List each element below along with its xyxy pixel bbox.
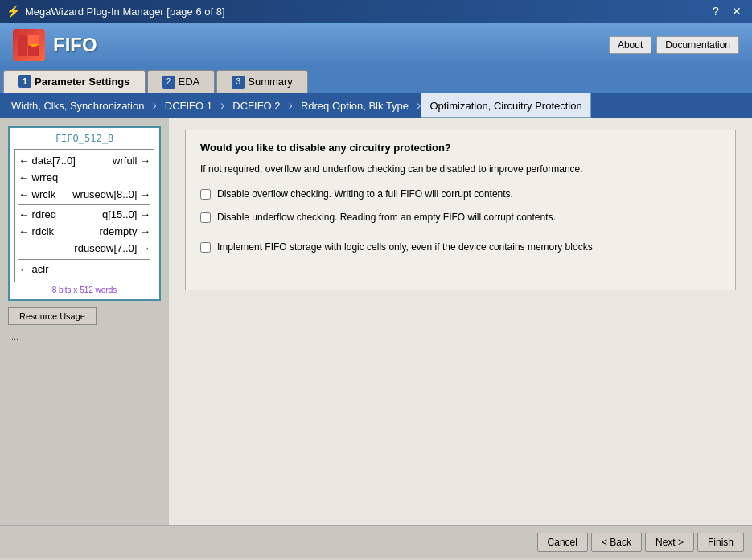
fifo-port-rdreq: ← rdreq bbox=[18, 207, 56, 224]
header-logo: FIFO bbox=[13, 29, 97, 61]
checkbox-item-underflow: Disable underflow checking. Reading from… bbox=[200, 211, 721, 224]
breadcrumb-row: Width, Clks, Synchronization › DCFIFO 1 … bbox=[0, 93, 752, 118]
fifo-port-q: q[15..0] → bbox=[102, 207, 150, 224]
breadcrumb-dcfifo2[interactable]: DCFIFO 2 bbox=[224, 93, 288, 118]
footer-right: Cancel < Back Next > Finish bbox=[537, 533, 744, 552]
breadcrumb-optimization[interactable]: Optimization, Circuitry Protection bbox=[421, 93, 590, 118]
fifo-body: ← data[7..0] wrfull → ← wrreq ← wrclk wr… bbox=[14, 149, 154, 282]
title-bar-title: MegaWizard Plug-In Manager [page 6 of 8] bbox=[25, 6, 225, 18]
fifo-port-wrfull: wrfull → bbox=[113, 153, 150, 170]
fifo-row-1: ← data[7..0] wrfull → bbox=[18, 153, 150, 170]
logic-cells-label: Implement FIFO storage with logic cells … bbox=[217, 241, 593, 254]
tab-eda[interactable]: 2 EDA bbox=[147, 70, 216, 93]
overflow-label: Disable overflow checking. Writing to a … bbox=[217, 187, 513, 201]
svg-rect-0 bbox=[18, 35, 27, 56]
footer: Cancel < Back Next > Finish bbox=[0, 525, 752, 558]
underflow-label: Disable underflow checking. Reading from… bbox=[217, 211, 556, 224]
tab-summary[interactable]: 3 Summary bbox=[216, 70, 308, 93]
tabs-row: 1 Parameter Settings 2 EDA 3 Summary bbox=[0, 67, 752, 93]
fifo-row-4: ← rdreq q[15..0] → bbox=[18, 207, 150, 224]
main-area: FIFO_512_8 ← data[7..0] wrfull → ← wrreq… bbox=[0, 118, 752, 525]
tab-parameter-settings[interactable]: 1 Parameter Settings bbox=[3, 70, 146, 93]
breadcrumb-rdreq[interactable]: Rdreq Option, Blk Type bbox=[293, 93, 417, 118]
help-button[interactable]: ? bbox=[707, 2, 725, 20]
content-box: Would you like to disable any circuitry … bbox=[185, 130, 736, 290]
fifo-separator-2 bbox=[18, 259, 150, 260]
tab-label-2: EDA bbox=[179, 76, 200, 88]
tab-num-2: 2 bbox=[162, 76, 175, 89]
resource-usage-button[interactable]: Resource Usage bbox=[8, 307, 97, 325]
tab-label-1: Parameter Settings bbox=[35, 76, 130, 88]
question-text: Would you like to disable any circuitry … bbox=[200, 142, 721, 154]
right-panel: Would you like to disable any circuitry … bbox=[169, 118, 752, 525]
fifo-port-wrusedw: wrusedw[8..0] → bbox=[72, 187, 150, 204]
fifo-diagram: FIFO_512_8 ← data[7..0] wrfull → ← wrreq… bbox=[8, 126, 161, 301]
underflow-checkbox[interactable] bbox=[200, 212, 211, 223]
fifo-port-data: ← data[7..0] bbox=[18, 153, 76, 170]
fifo-row-6: rdusedw[7..0] → bbox=[18, 241, 150, 257]
fifo-port-rdusedw: rdusedw[7..0] → bbox=[74, 241, 150, 257]
breadcrumb-width[interactable]: Width, Clks, Synchronization bbox=[3, 93, 152, 118]
fifo-port-rdempty: rdempty → bbox=[99, 224, 150, 241]
fifo-info: 8 bits x 512 words bbox=[14, 286, 154, 294]
fifo-title: FIFO_512_8 bbox=[14, 133, 154, 144]
documentation-button[interactable]: Documentation bbox=[656, 36, 739, 54]
app-logo-icon bbox=[13, 29, 45, 61]
about-button[interactable]: About bbox=[609, 36, 651, 54]
fifo-row-2: ← wrreq bbox=[18, 170, 150, 187]
title-bar: ⚡ MegaWizard Plug-In Manager [page 6 of … bbox=[0, 0, 752, 23]
next-button[interactable]: Next > bbox=[645, 533, 694, 552]
fifo-row-3: ← wrclk wrusedw[8..0] → bbox=[18, 187, 150, 204]
overflow-checkbox[interactable] bbox=[200, 189, 211, 200]
title-bar-icon: ⚡ bbox=[6, 5, 20, 18]
close-button[interactable]: ✕ bbox=[728, 2, 746, 20]
app-title: FIFO bbox=[53, 34, 97, 56]
fifo-row-7: ← aclr bbox=[18, 261, 150, 278]
cancel-button[interactable]: Cancel bbox=[537, 533, 588, 552]
tab-num-3: 3 bbox=[232, 76, 245, 89]
fifo-row-5: ← rdclk rdempty → bbox=[18, 224, 150, 241]
checkbox-item-logic: Implement FIFO storage with logic cells … bbox=[200, 241, 721, 254]
fifo-port-wrclk: ← wrclk bbox=[18, 187, 55, 204]
checkbox-group: Disable overflow checking. Writing to a … bbox=[200, 187, 721, 253]
back-button[interactable]: < Back bbox=[591, 533, 642, 552]
resource-dots: ... bbox=[8, 331, 161, 341]
svg-rect-1 bbox=[28, 35, 39, 44]
tab-num-1: 1 bbox=[18, 75, 31, 88]
logic-cells-checkbox[interactable] bbox=[200, 242, 211, 253]
fifo-port-aclr: ← aclr bbox=[18, 261, 49, 278]
finish-button[interactable]: Finish bbox=[697, 533, 744, 552]
checkbox-item-overflow: Disable overflow checking. Writing to a … bbox=[200, 187, 721, 201]
tab-label-3: Summary bbox=[248, 76, 293, 88]
header: FIFO About Documentation bbox=[0, 23, 752, 67]
breadcrumb-dcfifo1[interactable]: DCFIFO 1 bbox=[157, 93, 220, 118]
fifo-separator bbox=[18, 204, 150, 205]
left-panel: FIFO_512_8 ← data[7..0] wrfull → ← wrreq… bbox=[0, 118, 169, 525]
fifo-port-wrreq: ← wrreq bbox=[18, 170, 58, 187]
fifo-port-rdclk: ← rdclk bbox=[18, 224, 54, 241]
description-text: If not required, overflow and underflow … bbox=[200, 162, 721, 176]
